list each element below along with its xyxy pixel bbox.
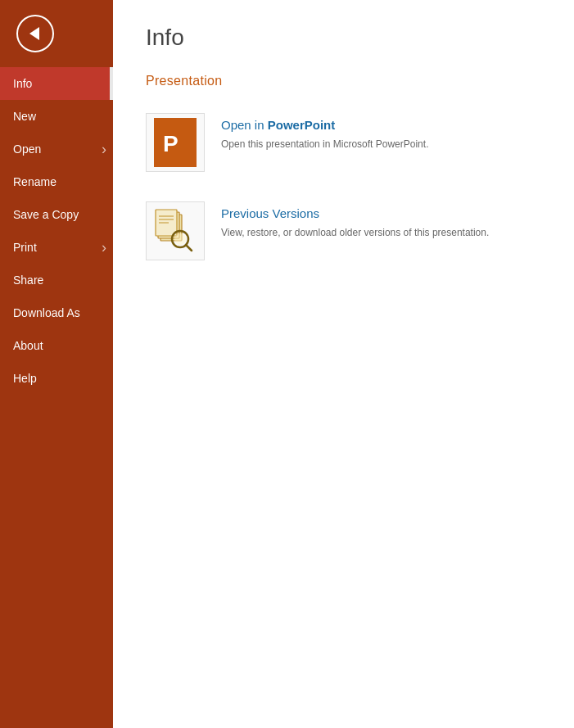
card-previous-versions: Previous Versions View, restore, or down… (146, 193, 541, 269)
previous-versions-link[interactable]: Previous Versions (221, 206, 489, 220)
open-in-powerpoint-link[interactable]: Open in PowerPoint (221, 118, 428, 132)
previous-versions-description: View, restore, or download older version… (221, 225, 489, 240)
sidebar-item-rename[interactable]: Rename (0, 165, 113, 198)
previous-versions-icon (151, 206, 200, 255)
sidebar-item-about[interactable]: About (0, 329, 113, 362)
sidebar-item-share[interactable]: Share (0, 264, 113, 296)
svg-point-9 (174, 233, 186, 245)
sidebar-nav: Info New Open Rename Save a Copy Print S… (0, 67, 113, 728)
previous-versions-icon-container (146, 201, 205, 260)
sidebar-item-info[interactable]: Info (0, 67, 113, 100)
page-title: Info (146, 25, 541, 51)
sidebar: Info New Open Rename Save a Copy Print S… (0, 0, 113, 728)
sidebar-item-print[interactable]: Print (0, 231, 113, 264)
powerpoint-icon: P (154, 118, 197, 167)
sidebar-item-download-as[interactable]: Download As (0, 296, 113, 329)
svg-line-10 (186, 245, 192, 251)
sidebar-item-help[interactable]: Help (0, 362, 113, 395)
card-open-in-powerpoint-content: Open in PowerPoint Open this presentatio… (221, 113, 428, 151)
card-previous-versions-content: Previous Versions View, restore, or down… (221, 201, 489, 240)
section-title: Presentation (146, 74, 541, 88)
card-open-in-powerpoint: P Open in PowerPoint Open this presentat… (146, 105, 541, 180)
sidebar-item-save-a-copy[interactable]: Save a Copy (0, 198, 113, 231)
back-arrow-icon (29, 27, 39, 40)
svg-text:P: P (163, 131, 179, 156)
open-in-powerpoint-description: Open this presentation in Microsoft Powe… (221, 137, 428, 151)
main-content: Info Presentation P Open in PowerPoint O… (113, 0, 574, 728)
powerpoint-icon-container: P (146, 113, 205, 172)
sidebar-item-new[interactable]: New (0, 100, 113, 133)
sidebar-item-open[interactable]: Open (0, 133, 113, 165)
back-button[interactable] (16, 15, 54, 52)
